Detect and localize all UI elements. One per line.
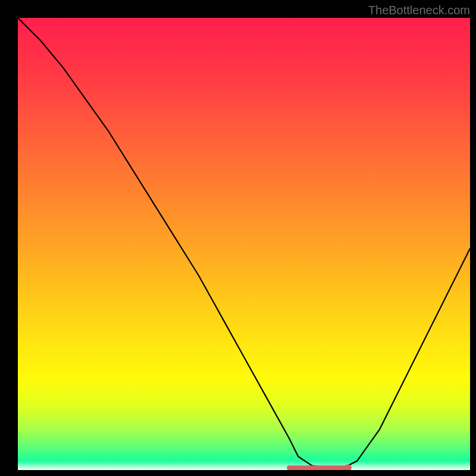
chart-highlight-marker [345, 464, 352, 470]
chart-plot-area [18, 18, 470, 470]
chart-svg [18, 18, 470, 470]
watermark-text: TheBottleneck.com [368, 4, 470, 17]
chart-curve [18, 18, 470, 468]
